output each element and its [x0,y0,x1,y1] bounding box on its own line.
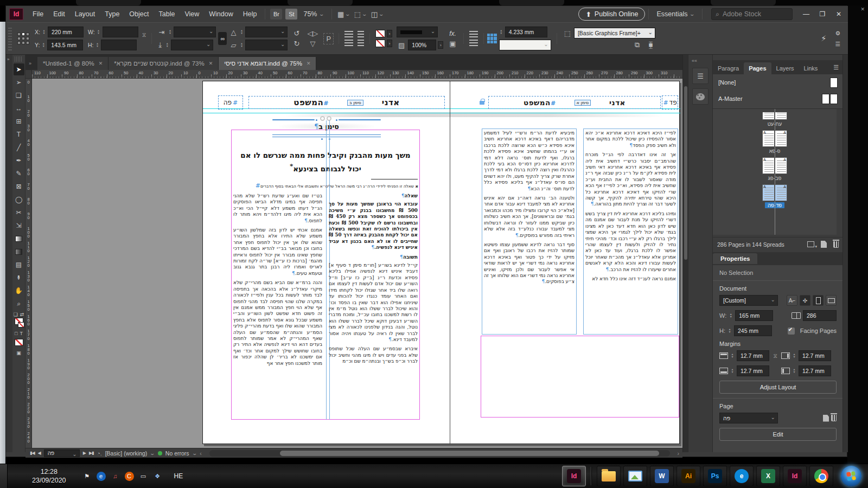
width-field[interactable]: 165 mm [735,310,773,321]
menu-object[interactable]: Object [124,6,154,22]
master-a-row[interactable]: A-Master [713,91,843,107]
rotate-ccw-icon[interactable]: ↺ [293,29,299,37]
page-thumbnail[interactable]: A [775,112,787,120]
panel-grip[interactable] [8,27,12,50]
bridge-button[interactable]: Br [270,9,282,20]
page-thumbnail[interactable]: A [762,184,775,201]
ruler-origin-box[interactable] [25,70,32,79]
page-thumbnail[interactable]: A [775,130,787,147]
align-top-icon[interactable] [344,31,353,37]
margin-top-field[interactable]: 12.7 mm [737,350,769,361]
edit-page-size-icon[interactable] [807,241,814,247]
paragraph-styles-panel-icon[interactable]: ☰ [692,68,709,84]
header-siman-box[interactable]: סימן א [575,100,591,106]
page-dropdown[interactable]: פה [719,413,778,423]
screen-mode-button[interactable]: ▣ [16,350,21,356]
menu-file[interactable]: File [28,6,48,22]
landscape-icon[interactable] [826,295,837,306]
page-thumbnail[interactable]: A [775,157,787,174]
w-field[interactable] [103,27,138,37]
taskbar-photoshop[interactable]: Ps [703,466,727,486]
x-stepper[interactable] [42,28,46,36]
align-bottom-icon[interactable] [344,40,353,46]
close-button[interactable]: ✕ [831,10,847,18]
menu-help[interactable]: Help [238,6,262,22]
bleed-icon[interactable]: ✣ [800,295,810,306]
gradient-feather-tool[interactable] [14,246,24,258]
flip-vertical-icon[interactable]: ▽ [310,40,315,48]
margin-inside-field[interactable]: 12.7 mm [799,365,831,376]
document-canvas[interactable]: 0102030405060708090100110120130140150160… [25,79,682,448]
taskbar-indesign-active[interactable]: Id [562,466,586,486]
y-field[interactable]: 143.5 mm [47,40,83,50]
menu-type[interactable]: Type [100,6,124,22]
swatches-panel-icon[interactable] [692,88,709,105]
line-tool[interactable]: ╱ [14,142,24,153]
gradient-swatch-tool[interactable] [14,233,24,245]
panel-menu-icon[interactable]: ☰ [833,64,843,74]
constrain-proportions-icon[interactable]: ⧖ [141,31,148,46]
link-scale-icon[interactable]: ∞ [218,32,227,45]
shear-stepper[interactable] [239,41,244,49]
opacity-expand-icon[interactable]: › [438,41,443,49]
arrange-documents-dropdown[interactable]: ◫⌄ [371,10,384,18]
workspace-switcher[interactable]: Essentials⌄ [652,10,699,18]
height-stepper[interactable] [727,326,732,335]
margin-outside-stepper[interactable] [792,351,796,360]
text-column[interactable]: לפי״ז היכא דאיכא דרכא אחרינא א״כ יהא אסו… [583,129,678,335]
align-spread-proxy-icon[interactable] [487,34,497,43]
taskbar-chrome[interactable] [809,466,833,486]
hand-tool[interactable]: ✋ [14,285,24,297]
edit-page-button[interactable]: Edit [719,428,837,441]
taskbar-excel[interactable]: X [756,466,780,486]
delete-page-icon[interactable] [831,415,837,421]
fill-color-swatch[interactable] [375,40,385,47]
taskbar-illustrator[interactable]: Ai [676,466,700,486]
preflight-status[interactable]: No errors [165,450,189,457]
width-stepper[interactable] [729,311,733,320]
fill-expand-icon[interactable]: › [387,40,392,47]
show-desktop-button[interactable] [0,464,8,488]
page-thumbnail[interactable]: A [762,112,775,120]
stock-button[interactable]: St [285,9,297,20]
swap-fill-stroke-icon[interactable]: ⇄ [20,312,24,317]
page-spread[interactable]: # פה המשפט# סימן ב אדני [202,81,680,444]
effects-button[interactable]: fx. [449,30,456,37]
control-panel-menu-icon[interactable]: ☰ [835,41,840,47]
article-title[interactable]: משך מעות מהבנק וקיבל פחות ממה שנרשם לו א… [235,150,416,174]
margin-bottom-field[interactable]: 12.7 mm [737,365,769,376]
drop-shadow-icon[interactable]: ▣ [449,40,456,48]
expand-panels-icon[interactable]: » [6,55,12,62]
scale-y-field[interactable] [171,40,213,50]
object-style-dropdown[interactable]: [Basic Graphics Frame]+ [574,28,655,38]
next-page-button[interactable]: ▶ [83,451,86,455]
document-tab[interactable]: דוגמא אדני סיסי.indd @ 75%✕ [219,57,316,70]
selection-tool[interactable]: ➤ [14,63,24,75]
horizontal-scrollbar[interactable] [209,450,670,457]
free-transform-tool[interactable]: ⇲ [14,220,24,232]
page-thumbnail[interactable]: A [762,157,775,174]
maximize-button[interactable]: ❐ [814,10,831,18]
properties-tab[interactable]: Properties [713,252,843,265]
collapse-panels-icon[interactable]: «« [688,55,712,63]
antivirus-icon[interactable]: e [97,472,106,481]
margin-top-stepper[interactable] [730,351,735,360]
preflight-profile[interactable]: [Basic] (working) [105,450,148,457]
page-tool[interactable]: ❏ [14,89,24,101]
adobe-stock-search[interactable]: ⌕Adobe Stock [711,8,793,20]
menu-window[interactable]: Window [204,6,238,22]
scale-x-stepper[interactable] [168,28,172,36]
taskbar-word[interactable]: W [650,466,674,486]
margin-inside-stepper[interactable] [792,367,796,375]
folio-frame[interactable]: פד # [662,95,678,110]
scale-x-field[interactable] [174,27,216,37]
gear-icon[interactable]: ⚙ [835,30,840,36]
preflight-menu-icon[interactable]: ◔. [97,450,101,457]
language-indicator[interactable]: HE [174,472,183,480]
first-page-button[interactable]: ▮◀ [30,451,35,455]
running-header-frame[interactable]: המשפט# סימן א אדני [488,96,661,109]
x-field[interactable]: 220 mm [48,27,84,37]
reference-point-proxy[interactable] [17,33,29,44]
ccleaner-icon[interactable]: C [125,472,134,481]
page-thumbnail[interactable]: A [762,130,775,147]
